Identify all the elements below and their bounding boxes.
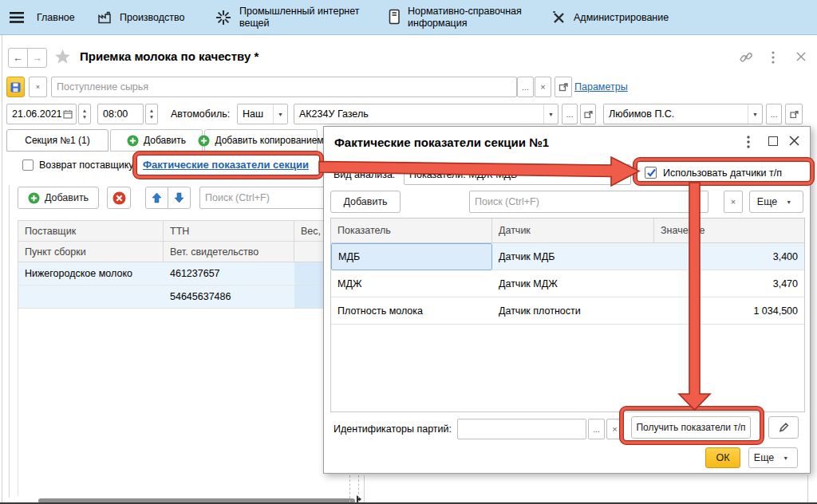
suppliers-table: Поставщик ТТН Вес, Пункт сборки Вет. сви… (18, 220, 323, 313)
save-button[interactable] (6, 77, 25, 97)
vehicle-options-button[interactable]: ... (562, 104, 578, 124)
time-spinner[interactable]: ▲▼ (145, 104, 158, 124)
chevron-down-icon: ▼ (274, 112, 287, 117)
edit-pencil-button[interactable] (768, 416, 799, 439)
close-window-icon[interactable] (795, 50, 807, 63)
column-header-sensor[interactable]: Датчик (492, 219, 654, 243)
analysis-type-combo[interactable]: Показатели: МДЖ МДБ ▼ (404, 164, 631, 185)
column-header-weight-2[interactable] (294, 242, 323, 262)
table-cell[interactable]: Нижегородское молоко (18, 262, 164, 285)
time-field[interactable]: 08:00 (97, 104, 144, 124)
dialog-footer-more-button[interactable]: Еще▼ (748, 447, 798, 468)
table-cell-selected[interactable]: МДБ (331, 243, 492, 270)
menu-item-administration[interactable]: Администрирование (574, 12, 669, 23)
indicators-table: Показатель Датчик Значение МДБ Датчик МД… (330, 218, 805, 412)
column-header-supplier[interactable]: Поставщик (18, 221, 164, 242)
document-search-options-button[interactable]: ... (517, 77, 534, 97)
checkmark-icon (645, 167, 656, 178)
open-window-icon (584, 110, 593, 119)
table-cell[interactable] (18, 285, 164, 309)
table-cell[interactable] (294, 262, 323, 285)
add-row-button[interactable]: Добавить (18, 187, 99, 209)
actual-indicators-link[interactable]: Фактические показатели секции (143, 159, 309, 171)
splitter-dashed-line[interactable] (358, 475, 359, 502)
menu-item-main[interactable]: Главное (37, 12, 75, 23)
column-header-vet-certificate[interactable]: Вет. свидетельство (164, 242, 294, 262)
dialog-close-icon[interactable] (787, 134, 801, 148)
dialog-more-dots-icon[interactable] (746, 135, 751, 149)
batch-ids-options-button[interactable]: ... (588, 419, 605, 439)
driver-options-button[interactable]: ... (766, 104, 782, 124)
table-cell[interactable]: 1 034,500 (654, 297, 804, 325)
menu-item-iiot[interactable]: Промышленный интернет вещей (239, 6, 367, 30)
page-title: Приемка молока по качеству * (80, 49, 259, 63)
open-in-window-button[interactable] (555, 77, 572, 97)
close-document-button[interactable]: × (29, 77, 47, 97)
batch-ids-clear-button[interactable]: × (606, 419, 623, 439)
vehicle-field[interactable]: АК234У Газель ▼ (294, 104, 558, 124)
parameters-link[interactable]: Параметры (574, 81, 628, 93)
chevron-down-icon: ▼ (782, 199, 795, 205)
calendar-icon[interactable] (63, 109, 76, 119)
document-search-clear-button[interactable]: × (535, 77, 551, 97)
get-link-icon[interactable] (739, 50, 753, 65)
move-down-button[interactable] (168, 187, 191, 209)
table-cell[interactable]: Датчик плотности (492, 297, 654, 325)
vehicle-label: Автомобиль: (171, 108, 230, 120)
column-header-ttn[interactable]: ТТН (164, 221, 294, 242)
dialog-search-input[interactable] (469, 191, 708, 213)
hamburger-icon (10, 11, 24, 24)
move-up-button[interactable] (145, 187, 168, 209)
document-search-input[interactable] (51, 77, 517, 97)
tab-add-section-copy[interactable]: Добавить копированием (204, 129, 318, 152)
batch-ids-input[interactable] (457, 419, 586, 439)
column-header-value[interactable]: Значение (654, 219, 804, 243)
table-cell[interactable]: Датчик МДЖ (492, 270, 654, 297)
table-cell[interactable]: МДЖ (331, 270, 492, 297)
more-dots-icon[interactable] (771, 50, 776, 65)
delete-circle-icon (112, 191, 126, 205)
splitter-dashed-line[interactable] (349, 475, 350, 502)
table-left-border (18, 313, 18, 496)
date-spinner[interactable]: ▲▼ (78, 104, 91, 124)
table-cell[interactable]: 461237657 (164, 262, 294, 285)
vehicle-ownership-combo[interactable]: Наш ▼ (237, 104, 288, 124)
hamburger-menu-button[interactable] (10, 11, 24, 24)
table-cell[interactable]: 3,400 (654, 243, 804, 270)
dialog-maximize-icon[interactable] (768, 136, 778, 146)
open-window-icon (790, 110, 799, 119)
table-cell[interactable]: 54645637486 (164, 285, 294, 309)
back-button[interactable]: ← (8, 48, 28, 68)
driver-field[interactable]: Любимов П.С. ▼ (603, 104, 763, 124)
table-cell[interactable]: 3,470 (654, 270, 804, 297)
column-header-indicator[interactable]: Показатель (331, 219, 492, 243)
dialog-actual-indicators: Фактические показатели секции №1 Вид ана… (323, 126, 811, 474)
driver-open-button[interactable] (785, 104, 803, 124)
spark-icon (215, 10, 231, 26)
factory-icon (97, 10, 112, 25)
dialog-more-button[interactable]: Еще▼ (749, 191, 803, 213)
chevron-down-icon: ▼ (617, 172, 630, 178)
favorite-star-icon[interactable] (54, 49, 71, 65)
forward-button[interactable]: → (27, 48, 47, 68)
panel-border (364, 475, 365, 502)
get-indicators-button[interactable]: Получить показатели т/п (631, 416, 751, 439)
dialog-search-clear-button[interactable]: × (724, 191, 743, 213)
delete-row-button[interactable] (107, 187, 131, 209)
return-to-supplier-checkbox[interactable] (22, 159, 34, 171)
column-header-collection-point[interactable]: Пункт сборки (18, 242, 164, 262)
date-field[interactable]: 21.06.2021 (6, 104, 77, 124)
table-cell[interactable] (294, 285, 323, 309)
tab-section-1[interactable]: Секция №1 (1) (6, 129, 109, 152)
menu-item-production[interactable]: Производство (120, 12, 185, 23)
dialog-add-button[interactable]: Добавить (330, 191, 401, 213)
table-cell[interactable]: Датчик МДБ (492, 243, 654, 270)
arrow-up-icon (152, 192, 162, 203)
ok-button[interactable]: ОК (705, 447, 740, 468)
menu-item-master-data[interactable]: Нормативно-справочная информация (408, 6, 537, 30)
table-cell[interactable]: Плотность молока (331, 297, 492, 325)
column-header-weight[interactable]: Вес, (294, 221, 323, 242)
tab-add-section[interactable]: Добавить (110, 129, 203, 152)
vehicle-open-button[interactable] (580, 104, 596, 124)
use-sensors-checkbox[interactable] (645, 167, 657, 179)
